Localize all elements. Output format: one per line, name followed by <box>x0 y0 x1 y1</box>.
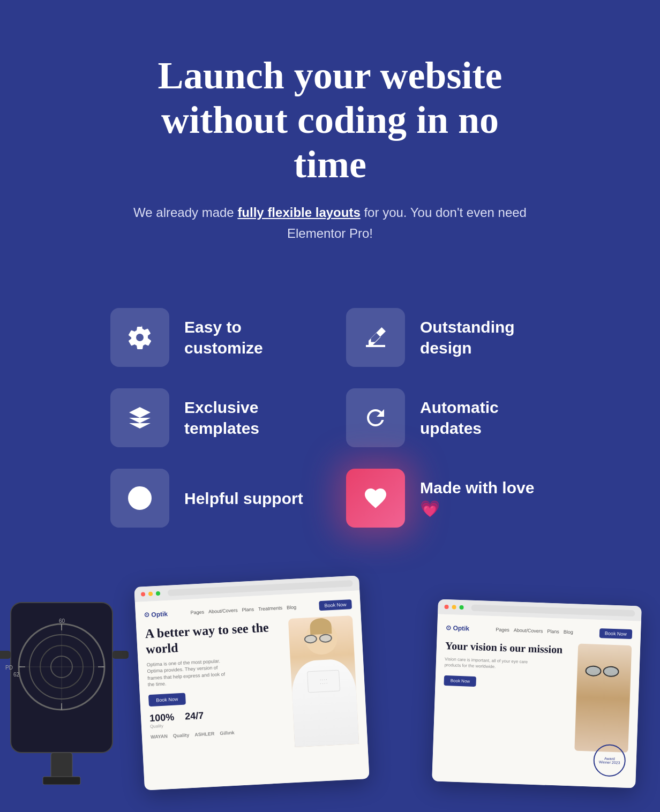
refresh-icon <box>363 405 388 431</box>
feature-item-updates: Automatic updates <box>346 388 550 447</box>
feature-label-design: Outstanding design <box>420 317 550 358</box>
dots-pattern: · · · ·· · · · <box>307 670 340 693</box>
browser-dot-green <box>156 591 160 596</box>
mockup1-stat2: 24/7 <box>185 710 205 727</box>
heart-icon <box>363 485 388 511</box>
browser-dot-red-2 <box>444 605 448 609</box>
mockup1-stat2-num: 24/7 <box>185 710 204 723</box>
mockup2-text: Your vision is our mission Vision care i… <box>441 639 569 750</box>
browser-nav-2: ⊙ Optik Pages About/Covers Plans Blog Bo… <box>446 623 632 639</box>
browser-mockup-1: ⊙ Optik Pages About/Covers Plans Treatme… <box>134 575 369 790</box>
mockup1-cta[interactable]: Book Now <box>148 693 186 707</box>
browser-dot-green-2 <box>459 605 463 610</box>
feature-icon-box-support <box>110 469 169 528</box>
nav-link-treatments: Treatments <box>258 605 283 612</box>
hero-section: Launch your website without coding in no… <box>89 0 571 276</box>
hero-title: Launch your website without coding in no… <box>132 54 528 186</box>
feature-icon-box-love <box>346 469 405 528</box>
screenshots-area: 60 PD 62 ⊙ Optik <box>0 560 660 785</box>
mockup2-glasses <box>585 665 619 677</box>
nav-link-blog: Blog <box>287 605 297 611</box>
browser-content-2: ⊙ Optik Pages About/Covers Plans Blog Bo… <box>432 614 641 788</box>
nav-link-plans: Plans <box>242 607 254 613</box>
feature-icon-box-updates <box>346 388 405 447</box>
browser-cta-1[interactable]: Book Now <box>319 599 352 611</box>
svg-text:60: 60 <box>59 618 65 624</box>
nav-link-pages-2: Pages <box>496 627 509 633</box>
feature-label-updates: Automatic updates <box>420 397 550 439</box>
mockup2-person-area <box>574 644 632 753</box>
mockup1-stat1: 100% Quality <box>149 712 175 729</box>
browser-dot-yellow <box>148 592 153 596</box>
feature-label-templates: Exclusive templates <box>184 397 314 439</box>
nav-link-pages: Pages <box>190 610 204 615</box>
feature-item-design: Outstanding design <box>346 308 550 367</box>
feature-label-love: Made with love 💗 <box>420 477 550 519</box>
mockup1-stats: 100% Quality 24/7 <box>149 706 285 729</box>
glasses-r <box>603 666 619 677</box>
mockup2-cta[interactable]: Book Now <box>444 675 476 687</box>
hero-subtitle: We already made fully flexible layouts f… <box>132 202 528 244</box>
svg-rect-19 <box>0 651 11 659</box>
mockup2-hero-sub: Vision care is important, all of your ey… <box>445 656 531 671</box>
feature-icon-box-templates <box>110 388 169 447</box>
award-badge: Award Winner 2023 <box>593 744 626 777</box>
browser-cta-2[interactable]: Book Now <box>599 628 633 639</box>
feature-item-templates: Exclusive templates <box>110 388 314 447</box>
layers-icon <box>127 405 153 431</box>
browser-nav-links-2: Pages About/Covers Plans Blog <box>475 626 594 636</box>
gear-icon <box>127 325 153 350</box>
mockup2-content: Your vision is our mission Vision care i… <box>441 639 632 753</box>
nav-link-blog-2: Blog <box>564 629 573 635</box>
browser-dot-yellow-2 <box>452 605 456 610</box>
browser-logo-2: ⊙ Optik <box>446 624 469 633</box>
browser-dot-red <box>141 592 145 596</box>
brand-quality: Quality <box>173 732 190 739</box>
nav-link-about: About/Covers <box>208 607 238 614</box>
browser-logo-1: ⊙ Optik <box>144 610 168 619</box>
hero-subtitle-prefix: We already made <box>133 205 237 220</box>
nav-link-plans-2: Plans <box>547 629 559 635</box>
person-glasses <box>304 634 332 644</box>
svg-rect-18 <box>43 777 80 785</box>
person-body: · · · ·· · · · <box>290 658 359 747</box>
mockup1-stat1-num: 100% <box>149 712 175 724</box>
features-grid: Easy to customize Outstanding design Exc… <box>35 276 625 560</box>
mockup2-hero-title: Your vision is our mission <box>445 639 570 656</box>
browser-nav-links-1: Pages About/Covers Plans Treatments Blog <box>173 604 314 616</box>
mockup1-text: A better way to see the world Optima is … <box>145 619 286 755</box>
mockup1-stat1-label: Quality <box>150 723 175 729</box>
feature-icon-box-customize <box>110 308 169 367</box>
glasses-right <box>319 634 332 643</box>
mockup1-hero-title: A better way to see the world <box>145 619 281 657</box>
feature-item-support: Helpful support <box>110 469 314 528</box>
brand-ashler: ASHLER <box>194 731 214 738</box>
person-hair <box>310 618 332 635</box>
svg-text:PD: PD <box>5 665 13 671</box>
mockup1-person-area: · · · ·· · · · <box>288 615 359 747</box>
mockup1-content: A better way to see the world Optima is … <box>145 615 359 755</box>
badge-text: Award Winner 2023 <box>598 756 620 764</box>
svg-rect-17 <box>51 753 72 779</box>
glasses-left <box>304 635 317 644</box>
brand-wayan: WAYAN <box>151 734 168 740</box>
mockup1-brands: WAYAN Quality ASHLER Gillınk <box>151 727 286 740</box>
page-wrapper: Launch your website without coding in no… <box>0 0 660 812</box>
person-illustration: · · · ·· · · · <box>288 615 359 747</box>
browser-mockup-2: ⊙ Optik Pages About/Covers Plans Blog Bo… <box>432 599 642 788</box>
glasses-l <box>585 665 602 676</box>
mockup1-hero-sub: Optima is one of the most popular. Optim… <box>147 657 234 689</box>
feature-label-customize: Easy to customize <box>184 317 314 358</box>
brand-gillink: Gillınk <box>220 730 235 736</box>
feature-icon-box-design <box>346 308 405 367</box>
nav-link-about-2: About/Covers <box>514 628 543 634</box>
svg-rect-20 <box>112 651 129 659</box>
svg-point-0 <box>129 487 151 509</box>
feature-label-support: Helpful support <box>184 488 303 509</box>
svg-point-1 <box>136 494 138 497</box>
smile-icon <box>127 485 153 511</box>
optometry-device: 60 PD 62 <box>0 597 134 785</box>
feature-item-customize: Easy to customize <box>110 308 314 367</box>
optometry-device-svg: 60 PD 62 <box>0 597 134 785</box>
svg-point-2 <box>142 494 145 497</box>
